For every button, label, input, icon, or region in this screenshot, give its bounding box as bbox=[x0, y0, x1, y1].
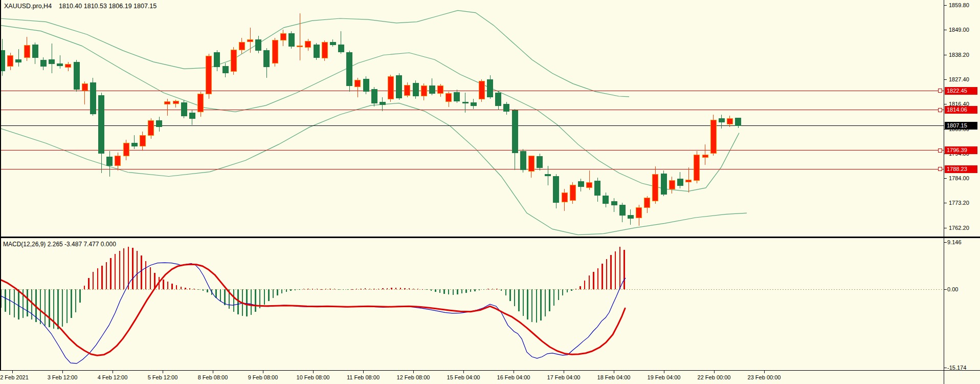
candle-bearish[interactable] bbox=[339, 45, 344, 52]
candle-bearish[interactable] bbox=[90, 82, 96, 114]
candle-bearish[interactable] bbox=[619, 205, 625, 215]
candle-bearish[interactable] bbox=[736, 118, 741, 126]
candle-bearish[interactable] bbox=[578, 181, 584, 186]
candle-bullish[interactable] bbox=[710, 120, 716, 153]
candle-bearish[interactable] bbox=[347, 53, 352, 86]
candle-bearish[interactable] bbox=[595, 181, 600, 196]
candle-bullish[interactable] bbox=[405, 85, 410, 95]
candle-bearish[interactable] bbox=[471, 103, 476, 106]
price-axis[interactable]: 1859.801849.001838.201827.401816.401805.… bbox=[944, 0, 980, 370]
candle-bearish[interactable] bbox=[222, 66, 228, 73]
candle-bearish[interactable] bbox=[553, 177, 559, 203]
candle-bullish[interactable] bbox=[140, 135, 145, 146]
candle-bullish[interactable] bbox=[24, 46, 30, 58]
candle-bearish[interactable] bbox=[181, 102, 187, 116]
candle-bullish[interactable] bbox=[562, 193, 567, 202]
candle-bearish[interactable] bbox=[157, 120, 162, 126]
candle-bearish[interactable] bbox=[131, 143, 137, 146]
candle-bearish[interactable] bbox=[487, 80, 493, 97]
candle-bearish[interactable] bbox=[611, 202, 617, 205]
candle-bearish[interactable] bbox=[380, 102, 385, 104]
candle-bearish[interactable] bbox=[57, 63, 63, 66]
candle-bearish[interactable] bbox=[454, 92, 460, 101]
candle-bearish[interactable] bbox=[99, 95, 104, 154]
time-axis[interactable]: 2 Feb 20213 Feb 12:004 Feb 12:005 Feb 12… bbox=[0, 370, 980, 384]
candle-bearish[interactable] bbox=[413, 83, 418, 96]
candle-bearish[interactable] bbox=[371, 89, 377, 103]
candle-bullish[interactable] bbox=[8, 56, 13, 67]
candle-bullish[interactable] bbox=[305, 41, 311, 47]
candle-bullish[interactable] bbox=[206, 56, 212, 94]
candle-bearish[interactable] bbox=[256, 40, 261, 51]
candle-bearish[interactable] bbox=[363, 79, 369, 91]
candle-bullish[interactable] bbox=[198, 94, 204, 112]
candle-bearish[interactable] bbox=[40, 60, 46, 66]
candle-bearish[interactable] bbox=[504, 104, 509, 111]
candle-bearish[interactable] bbox=[677, 179, 683, 185]
candle-bearish[interactable] bbox=[496, 93, 501, 105]
candle-bearish[interactable] bbox=[330, 42, 336, 45]
candle-bullish[interactable] bbox=[388, 76, 394, 99]
candle-bearish[interactable] bbox=[462, 102, 468, 103]
candle-bearish[interactable] bbox=[661, 174, 666, 194]
candle-bullish[interactable] bbox=[669, 180, 675, 189]
candle-bullish[interactable] bbox=[123, 143, 129, 156]
candle-bearish[interactable] bbox=[429, 86, 435, 94]
candle-bullish[interactable] bbox=[686, 180, 692, 182]
candle-bearish[interactable] bbox=[214, 53, 220, 67]
candle-bearish[interactable] bbox=[74, 62, 79, 89]
level-line-handle[interactable] bbox=[938, 167, 942, 171]
candle-bearish[interactable] bbox=[189, 113, 195, 119]
candle-bearish[interactable] bbox=[314, 45, 319, 58]
candle-bullish[interactable] bbox=[528, 156, 534, 172]
candle-bullish[interactable] bbox=[82, 84, 87, 90]
candle-bearish[interactable] bbox=[512, 110, 518, 153]
candle-bullish[interactable] bbox=[173, 101, 179, 103]
candle-bullish[interactable] bbox=[421, 86, 427, 96]
candle-bearish[interactable] bbox=[107, 157, 113, 166]
candle-bullish[interactable] bbox=[65, 65, 71, 67]
candle-bullish[interactable] bbox=[479, 81, 484, 99]
candle-bearish[interactable] bbox=[16, 60, 21, 62]
candle-bullish[interactable] bbox=[702, 155, 708, 158]
candle-bearish[interactable] bbox=[264, 51, 270, 67]
candle-bearish[interactable] bbox=[49, 60, 55, 64]
level-line-handle[interactable] bbox=[938, 89, 942, 93]
candle-bullish[interactable] bbox=[297, 46, 303, 47]
candle-bullish[interactable] bbox=[653, 174, 658, 201]
candle-bullish[interactable] bbox=[231, 50, 236, 72]
candle-bullish[interactable] bbox=[636, 208, 642, 218]
candle-bullish[interactable] bbox=[446, 93, 452, 101]
main-chart-pane[interactable] bbox=[0, 0, 944, 237]
candle-bullish[interactable] bbox=[322, 42, 327, 58]
candle-bearish[interactable] bbox=[603, 196, 609, 204]
candle-bullish[interactable] bbox=[355, 80, 361, 87]
candle-bullish[interactable] bbox=[115, 156, 121, 165]
histogram-bar-negative bbox=[224, 289, 225, 305]
candle-bearish[interactable] bbox=[628, 216, 633, 218]
candle-bullish[interactable] bbox=[248, 39, 253, 41]
candle-bullish[interactable] bbox=[272, 40, 278, 63]
candle-bearish[interactable] bbox=[396, 76, 402, 98]
level-line-handle[interactable] bbox=[938, 148, 942, 152]
macd-pane[interactable] bbox=[0, 238, 944, 370]
candle-bullish[interactable] bbox=[570, 185, 575, 201]
candle-bullish[interactable] bbox=[239, 42, 244, 50]
candle-bullish[interactable] bbox=[727, 119, 733, 124]
candle-bearish[interactable] bbox=[32, 45, 38, 58]
candle-bullish[interactable] bbox=[644, 198, 650, 208]
candle-bullish[interactable] bbox=[438, 86, 443, 93]
candle-bullish[interactable] bbox=[587, 183, 592, 188]
candle-bullish[interactable] bbox=[694, 155, 700, 180]
candle-bearish[interactable] bbox=[545, 174, 551, 176]
candle-bearish[interactable] bbox=[289, 34, 295, 46]
histogram-bar-positive bbox=[93, 272, 94, 289]
histogram-bar-positive bbox=[597, 268, 598, 289]
candle-bearish[interactable] bbox=[719, 118, 724, 122]
candle-bullish[interactable] bbox=[280, 34, 286, 40]
candle-bearish[interactable] bbox=[537, 157, 543, 168]
level-line-handle[interactable] bbox=[938, 108, 942, 112]
candle-bullish[interactable] bbox=[148, 120, 154, 135]
candle-bearish[interactable] bbox=[520, 152, 526, 169]
candle-bullish[interactable] bbox=[165, 102, 170, 104]
